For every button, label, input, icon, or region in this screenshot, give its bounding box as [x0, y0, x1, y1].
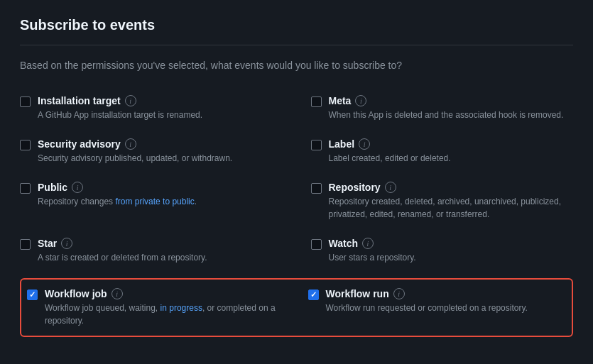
event-item-workflow-run: Workflow run i Workflow run requested or…: [297, 282, 572, 333]
event-desc-workflow-run: Workflow run requested or completed on a…: [326, 302, 564, 314]
checkbox-installation-target[interactable]: [20, 96, 31, 107]
checkbox-label[interactable]: [311, 140, 322, 150]
event-name-repository: Repository: [329, 182, 381, 193]
events-grid: Installation target i A GitHub App insta…: [20, 88, 573, 337]
info-icon-meta[interactable]: i: [355, 95, 366, 106]
info-icon-workflow-job[interactable]: i: [111, 288, 123, 299]
info-icon-repository[interactable]: i: [385, 182, 396, 193]
event-name-workflow-run: Workflow run: [326, 288, 389, 299]
highlighted-events-row: Workflow job i Workflow job queued, wait…: [20, 278, 573, 337]
event-name-public: Public: [38, 182, 67, 193]
event-name-meta: Meta: [329, 95, 352, 106]
checkbox-security-advisory[interactable]: [20, 140, 31, 150]
event-item-meta: Meta i When this App is deleted and the …: [297, 88, 574, 131]
event-desc-workflow-job: Workflow job queued, waiting, in progres…: [45, 302, 288, 327]
event-desc-security-advisory: Security advisory published, updated, or…: [38, 152, 288, 165]
event-item-watch: Watch i User stars a repository.: [297, 231, 574, 274]
info-icon-watch[interactable]: i: [362, 238, 374, 249]
info-icon-label[interactable]: i: [359, 138, 370, 150]
event-name-installation-target: Installation target: [38, 95, 121, 106]
event-item-star: Star i A star is created or deleted from…: [20, 231, 297, 274]
checkbox-workflow-job[interactable]: [27, 289, 38, 300]
event-item-security-advisory: Security advisory i Security advisory pu…: [20, 131, 297, 175]
event-desc-meta: When this App is deleted and the associa…: [329, 109, 565, 121]
event-name-security-advisory: Security advisory: [38, 138, 121, 150]
info-icon-star[interactable]: i: [61, 238, 72, 249]
event-item-workflow-job: Workflow job i Workflow job queued, wait…: [21, 282, 297, 333]
event-name-star: Star: [38, 238, 57, 249]
info-icon-security-advisory[interactable]: i: [125, 138, 136, 150]
info-icon-workflow-run[interactable]: i: [393, 288, 405, 299]
checkbox-meta[interactable]: [311, 96, 322, 107]
event-desc-repository: Repository created, deleted, archived, u…: [329, 195, 565, 221]
checkbox-watch[interactable]: [311, 239, 322, 250]
event-name-watch: Watch: [329, 238, 358, 249]
checkbox-repository[interactable]: [311, 183, 322, 194]
page-title: Subscribe to events: [20, 17, 573, 45]
event-desc-installation-target: A GitHub App installation target is rena…: [38, 109, 288, 121]
checkbox-workflow-run[interactable]: [308, 289, 319, 300]
event-name-workflow-job: Workflow job: [45, 288, 107, 299]
event-desc-star: A star is created or deleted from a repo…: [38, 251, 288, 264]
event-name-label: Label: [329, 138, 355, 150]
event-item-repository: Repository i Repository created, deleted…: [297, 175, 574, 231]
info-icon-public[interactable]: i: [72, 182, 83, 193]
event-desc-label: Label created, edited or deleted.: [329, 152, 565, 165]
page-description: Based on the permissions you've selected…: [20, 60, 573, 71]
checkbox-star[interactable]: [20, 239, 31, 250]
info-icon-installation-target[interactable]: i: [125, 95, 136, 106]
event-desc-watch: User stars a repository.: [329, 251, 565, 264]
event-desc-public: Repository changes from private to publi…: [38, 195, 288, 208]
event-item-public: Public i Repository changes from private…: [20, 175, 297, 231]
checkbox-public[interactable]: [20, 183, 31, 194]
event-item-label: Label i Label created, edited or deleted…: [297, 131, 574, 175]
event-item-installation-target: Installation target i A GitHub App insta…: [20, 88, 297, 131]
